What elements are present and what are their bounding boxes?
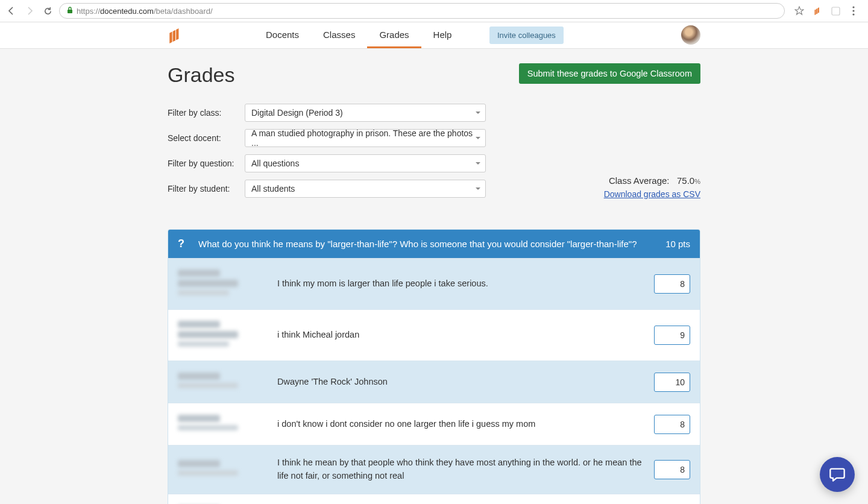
chat-bubble-button[interactable] [820,457,855,492]
svg-rect-1 [832,7,840,15]
grade-input[interactable] [654,326,690,345]
back-button[interactable] [6,6,17,16]
nav-tab-classes[interactable]: Classes [311,22,367,48]
question-icon: ? [178,238,189,250]
filter-class-select[interactable]: Digital Design (Period 3) [245,104,486,122]
filter-student-select[interactable]: All students [245,180,486,198]
nav-tab-help[interactable]: Help [421,22,464,48]
question-points: 10 pts [665,239,690,249]
extension-icon[interactable] [831,6,840,16]
answer-row: i think Micheal jordan [168,309,700,361]
answer-row: Dwayne 'The Rock' Johnson [168,361,700,403]
url-text: https://docentedu.com/beta/dashboard/ [77,7,213,16]
answer-row: i think is someone that is strong. Hulk [168,494,700,505]
answer-text: I think my mom is larger than life peopl… [277,277,654,291]
student-name-redacted [178,415,277,433]
browser-toolbar: https://docentedu.com/beta/dashboard/ [0,0,868,22]
invite-colleagues-button[interactable]: Invite colleagues [489,27,564,44]
submit-grades-button[interactable]: Submit these grades to Google Classroom [519,63,700,84]
reload-button[interactable] [42,6,53,16]
avatar[interactable] [681,25,700,45]
svg-rect-0 [68,10,72,13]
svg-point-4 [852,13,854,15]
filter-question-select[interactable]: All questions [245,154,486,172]
student-name-redacted [178,373,277,391]
answer-text: Dwayne 'The Rock' Johnson [277,376,654,389]
app-logo[interactable] [168,22,184,48]
student-name-redacted [178,460,277,479]
bookmark-star-icon[interactable] [794,6,804,16]
download-csv-link[interactable]: Download grades as CSV [604,189,700,199]
grade-input[interactable] [654,460,690,479]
filter-docent-select[interactable]: A man studied photography in prison. The… [245,129,486,147]
question-text: What do you think he means by "larger-th… [198,239,656,249]
filter-question-label: Filter by question: [168,159,245,168]
forward-button[interactable] [24,6,35,16]
filter-class-label: Filter by class: [168,108,245,118]
main-header: DocentsClassesGradesHelp Invite colleagu… [0,22,868,49]
answer-text: i think Micheal jordan [277,329,654,342]
grade-input[interactable] [654,415,690,434]
page-title: Grades [168,63,235,87]
question-block: ? What do you think he means by "larger-… [168,229,700,504]
question-header: ? What do you think he means by "larger-… [168,230,700,258]
nav-tab-grades[interactable]: Grades [367,22,421,48]
address-bar[interactable]: https://docentedu.com/beta/dashboard/ [59,3,785,19]
answer-row: I think my mom is larger than life peopl… [168,258,700,309]
filter-student-label: Filter by student: [168,184,245,194]
nav-tab-docents[interactable]: Docents [254,22,311,48]
answer-row: I think he mean by that people who think… [168,445,700,494]
grade-input[interactable] [654,274,690,294]
docent-extension-icon[interactable] [813,6,822,16]
answer-row: i don't know i dont consider no one larg… [168,403,700,445]
lock-icon [67,7,73,15]
svg-point-3 [852,10,854,11]
class-average: Class Average: 75.0% [609,175,700,186]
nav-tabs: DocentsClassesGradesHelp [254,22,464,48]
menu-icon[interactable] [849,6,858,16]
student-name-redacted [178,321,277,350]
answer-text: I think he mean by that people who think… [277,456,654,483]
filter-docent-label: Select docent: [168,133,245,143]
answer-text: i don't know i dont consider no one larg… [277,418,654,431]
svg-point-2 [852,6,854,8]
grade-input[interactable] [654,373,690,392]
student-name-redacted [178,269,277,298]
